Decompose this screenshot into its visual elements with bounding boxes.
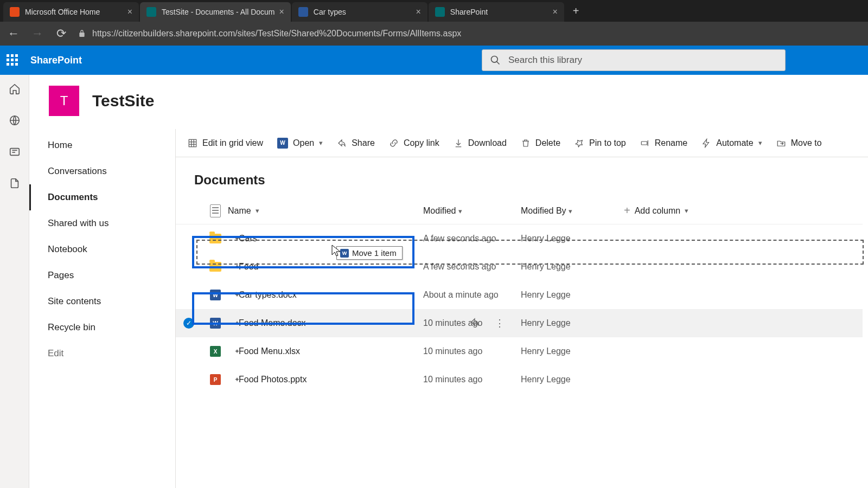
tab-close-icon[interactable]: × (127, 7, 132, 17)
nav-shared-with-us[interactable]: Shared with us (29, 210, 175, 236)
powerpoint-file-icon: P (210, 374, 221, 385)
drag-tooltip: W Move 1 item (336, 246, 403, 260)
nav-home[interactable]: Home (29, 132, 175, 158)
suite-bar: SharePoint Search this library (0, 46, 868, 75)
app-launcher-icon[interactable] (7, 54, 18, 66)
site-title[interactable]: TestSite (92, 92, 154, 110)
share-row-icon[interactable] (470, 317, 480, 329)
table-row[interactable]: P ✦Food Photos.pptx 10 minutes ago Henry… (176, 365, 863, 394)
browser-tab[interactable]: Microsoft Office Home × (3, 2, 139, 22)
col-header-type[interactable] (203, 204, 228, 217)
nav-notebook[interactable]: Notebook (29, 236, 175, 262)
browser-forward-button[interactable]: → (29, 27, 46, 41)
library-title: Documents (176, 157, 868, 197)
chevron-down-icon: ▾ (758, 139, 762, 147)
table-row[interactable]: X ✦Food Menu.xlsx 10 minutes ago Henry L… (176, 337, 863, 365)
favicon-word-icon (298, 7, 308, 17)
site-logo[interactable]: T (49, 86, 79, 116)
cmd-pin-to-top[interactable]: Pin to top (575, 138, 626, 148)
lock-icon (77, 29, 87, 38)
col-header-add-column[interactable]: + Add column ▾ (624, 204, 722, 217)
share-icon (337, 138, 347, 148)
download-icon (454, 138, 463, 148)
moveto-icon (776, 138, 786, 148)
table-row-drop-target[interactable]: ✦Food A few seconds ago Henry Legge (176, 253, 863, 281)
browser-tab-strip: Microsoft Office Home × TestSite - Docum… (0, 0, 868, 22)
svg-rect-6 (189, 139, 196, 147)
favicon-office-icon (10, 7, 20, 17)
browser-reload-button[interactable]: ⟳ (53, 27, 69, 41)
files-icon[interactable] (8, 177, 21, 190)
nav-edit[interactable]: Edit (29, 341, 175, 367)
svg-line-1 (497, 62, 500, 65)
chevron-down-icon: ▾ (458, 207, 462, 215)
chevron-down-icon: ▾ (685, 207, 688, 215)
new-indicator-icon: ✦ (234, 235, 240, 242)
pin-icon (575, 138, 584, 148)
suite-app-name[interactable]: SharePoint (30, 55, 82, 66)
site-header: T TestSite (29, 75, 868, 126)
rename-icon (640, 138, 650, 148)
cmd-download[interactable]: Download (454, 138, 507, 148)
nav-recycle-bin[interactable]: Recycle bin (29, 314, 175, 341)
delete-icon (521, 138, 531, 148)
cmd-open[interactable]: W Open ▾ (277, 138, 323, 149)
plus-icon: + (624, 204, 630, 217)
selected-check-icon[interactable]: ✓ (183, 318, 194, 329)
cmd-automate[interactable]: Automate ▾ (701, 138, 762, 148)
left-nav: Home Conversations Documents Shared with… (29, 129, 176, 488)
new-indicator-icon: ✦ (234, 348, 240, 355)
new-tab-button[interactable]: + (565, 5, 587, 17)
cmd-move-to[interactable]: Move to (776, 138, 822, 148)
nav-site-contents[interactable]: Site contents (29, 288, 175, 314)
chevron-down-icon: ▾ (569, 207, 572, 215)
nav-documents[interactable]: Documents (29, 184, 175, 210)
browser-address-bar: ← → ⟳ https://citizenbuilders.sharepoint… (0, 22, 868, 46)
nav-conversations[interactable]: Conversations (29, 158, 175, 184)
col-header-name[interactable]: Name ▾ (228, 206, 423, 216)
svg-rect-11 (641, 142, 647, 145)
cmd-delete[interactable]: Delete (521, 138, 560, 148)
home-icon[interactable] (8, 82, 21, 95)
automate-icon (701, 138, 711, 148)
cmd-rename[interactable]: Rename (640, 138, 687, 148)
new-indicator-icon: ✦ (234, 376, 240, 383)
more-actions-icon[interactable]: ⋮ (495, 317, 505, 329)
link-icon (389, 138, 399, 148)
chevron-down-icon: ▾ (256, 207, 259, 215)
browser-tab-active[interactable]: TestSite - Documents - All Docum × (140, 2, 291, 22)
svg-point-0 (492, 56, 498, 63)
word-file-icon: W (210, 290, 221, 300)
search-placeholder: Search this library (508, 55, 582, 66)
tab-close-icon[interactable]: × (416, 7, 421, 17)
search-input[interactable]: Search this library (482, 49, 786, 71)
favicon-sharepoint-icon (435, 7, 445, 17)
tab-close-icon[interactable]: × (279, 7, 284, 17)
col-header-modified-by[interactable]: Modified By ▾ (521, 206, 624, 216)
word-icon: W (277, 138, 288, 149)
cmd-share[interactable]: Share (337, 138, 375, 148)
browser-tab[interactable]: Car types × (292, 2, 427, 22)
chevron-down-icon: ▾ (319, 139, 323, 147)
table-row[interactable]: ✦Cars A few seconds ago Henry Legge (176, 224, 863, 253)
cmd-edit-grid[interactable]: Edit in grid view (188, 138, 263, 148)
tab-close-icon[interactable]: × (553, 7, 558, 17)
folder-icon (209, 234, 221, 243)
table-row-selected[interactable]: ✓ W ✦Food Memo.docx ⋮ 10 minutes ago Hen… (176, 309, 863, 337)
browser-tab[interactable]: SharePoint × (429, 2, 564, 22)
globe-icon[interactable] (8, 114, 21, 127)
browser-url-field[interactable]: https://citizenbuilders.sharepoint.com/s… (77, 29, 863, 38)
search-icon (490, 55, 501, 66)
url-text: https://citizenbuilders.sharepoint.com/s… (92, 29, 461, 38)
content-area: Edit in grid view W Open ▾ Share Copy li… (176, 129, 868, 488)
tab-title: Microsoft Office Home (25, 8, 123, 16)
news-icon[interactable] (8, 145, 21, 158)
cmd-copy-link[interactable]: Copy link (389, 138, 439, 148)
tab-title: TestSite - Documents - All Docum (162, 8, 275, 16)
table-row[interactable]: W ✦Car types.docx About a minute ago Hen… (176, 281, 863, 309)
browser-back-button[interactable]: ← (5, 27, 22, 41)
nav-pages[interactable]: Pages (29, 262, 175, 288)
col-header-modified[interactable]: Modified ▾ (423, 206, 521, 216)
command-bar: Edit in grid view W Open ▾ Share Copy li… (176, 129, 868, 157)
app-rail (0, 75, 29, 488)
